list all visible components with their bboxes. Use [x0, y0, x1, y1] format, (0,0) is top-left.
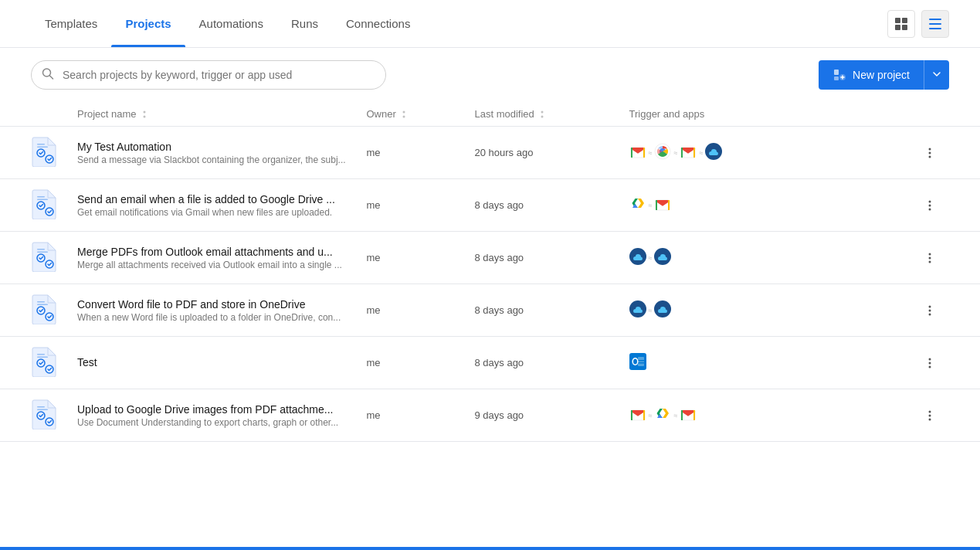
connector-icon: ≈: [673, 412, 677, 419]
tab-automations[interactable]: Automations: [185, 0, 277, 47]
project-info: Test: [77, 356, 367, 370]
connector-icon: ≈: [649, 202, 653, 209]
sort-owner-icon: [399, 110, 409, 119]
modified-cell: 8 days ago: [475, 199, 629, 211]
tab-runs[interactable]: Runs: [277, 0, 332, 47]
new-project-dropdown-button[interactable]: [924, 60, 949, 90]
search-input[interactable]: [31, 60, 386, 90]
new-project-button[interactable]: New project: [819, 60, 924, 90]
app-icon-gmail2: [680, 406, 697, 425]
app-icon-gmail: [654, 195, 671, 215]
tab-templates[interactable]: Templates: [31, 0, 111, 47]
project-info: Merge PDFs from Outlook email attachment…: [77, 246, 367, 270]
table-row[interactable]: Convert Word file to PDF and store in On…: [0, 284, 980, 337]
nav-tabs: Templates Projects Automations Runs Conn…: [31, 0, 424, 47]
new-project-label: New project: [853, 69, 910, 81]
svg-rect-52: [37, 249, 45, 250]
table-row[interactable]: Test me 8 days ago: [0, 337, 980, 389]
project-info: Send an email when a file is added to Go…: [77, 193, 367, 218]
more-icon: [923, 356, 937, 370]
table-row[interactable]: My Test Automation Send a message via Sl…: [0, 127, 980, 179]
app-icon-gmail2: [680, 143, 697, 162]
sort-icon: [140, 110, 149, 119]
connector-icon: ≈: [699, 149, 703, 157]
svg-rect-71: [37, 357, 48, 358]
svg-point-65: [929, 305, 931, 307]
connector-icon: ≈: [649, 412, 653, 419]
more-icon: [923, 146, 937, 160]
svg-rect-33: [693, 148, 695, 158]
apps-cell: ≈: [629, 300, 919, 320]
svg-rect-2: [895, 25, 900, 30]
svg-point-49: [929, 208, 931, 210]
sort-modified-icon: [537, 110, 547, 119]
project-info: My Test Automation Send a message via Sl…: [77, 141, 367, 165]
svg-rect-26: [631, 148, 632, 158]
svg-rect-1: [902, 18, 907, 23]
svg-point-15: [143, 115, 145, 117]
app-icon-cloud: [705, 143, 722, 162]
app-icon-cloud: [629, 248, 646, 267]
more-icon: [923, 199, 937, 212]
more-icon: [923, 409, 937, 423]
app-icon-gdrive: [629, 195, 646, 215]
svg-rect-27: [643, 148, 645, 158]
project-name: Convert Word file to PDF and store in On…: [77, 298, 367, 311]
project-desc: Use Document Understanding to export cha…: [77, 417, 367, 428]
search-icon: [42, 68, 54, 83]
project-icon: [31, 399, 77, 432]
svg-point-48: [929, 204, 931, 206]
table-row[interactable]: Upload to Google Drive images from PDF a…: [0, 389, 980, 442]
table-row[interactable]: Send an email when a file is added to Go…: [0, 179, 980, 232]
svg-point-18: [541, 110, 543, 113]
more-options-button[interactable]: [918, 246, 941, 270]
list-view-button[interactable]: [921, 10, 949, 38]
connector-icon: ≈: [649, 254, 653, 262]
svg-rect-93: [693, 410, 695, 420]
svg-point-94: [929, 410, 931, 413]
svg-point-95: [929, 414, 931, 416]
svg-rect-46: [668, 200, 670, 210]
svg-rect-42: [629, 195, 646, 212]
svg-rect-22: [37, 144, 45, 145]
svg-point-16: [402, 110, 405, 113]
svg-rect-87: [631, 410, 632, 420]
project-icon: [31, 136, 77, 169]
svg-rect-53: [37, 252, 48, 253]
project-name: Merge PDFs from Outlook email attachment…: [77, 246, 367, 258]
project-info: Upload to Google Drive images from PDF a…: [77, 403, 367, 428]
new-project-icon: [832, 68, 846, 82]
tab-connections[interactable]: Connections: [332, 0, 424, 47]
owner-cell: me: [367, 304, 475, 316]
svg-rect-75: [638, 362, 644, 364]
svg-rect-83: [37, 406, 45, 408]
svg-rect-70: [37, 354, 45, 355]
svg-rect-6: [929, 28, 941, 29]
svg-rect-0: [895, 18, 900, 23]
col-trigger-apps: Trigger and apps: [629, 108, 919, 120]
more-options-button[interactable]: [918, 351, 941, 375]
svg-point-57: [929, 256, 931, 259]
more-options-button[interactable]: [918, 141, 941, 165]
svg-rect-61: [37, 301, 45, 303]
more-options-button[interactable]: [918, 404, 941, 427]
project-list: My Test Automation Send a message via Sl…: [0, 127, 980, 442]
table-row[interactable]: Merge PDFs from Outlook email attachment…: [0, 232, 980, 284]
more-options-button[interactable]: [918, 194, 941, 217]
project-info: Convert Word file to PDF and store in On…: [77, 298, 367, 323]
svg-rect-74: [638, 360, 644, 362]
grid-view-button[interactable]: [887, 10, 915, 38]
project-desc: Send a message via Slackbot containing t…: [77, 154, 367, 165]
project-desc: Get email notifications via Gmail when n…: [77, 207, 367, 218]
project-name: Send an email when a file is added to Go…: [77, 193, 367, 205]
svg-rect-88: [643, 410, 645, 420]
connector-icon: ≈: [649, 307, 653, 314]
svg-point-47: [929, 200, 931, 202]
tab-projects[interactable]: Projects: [111, 0, 185, 47]
svg-rect-5: [929, 23, 941, 25]
svg-rect-3: [902, 25, 907, 30]
project-icon: [31, 294, 77, 327]
apps-cell: ≈≈≈: [629, 143, 919, 162]
apps-cell: ≈≈: [629, 406, 919, 425]
more-options-button[interactable]: [918, 299, 941, 322]
